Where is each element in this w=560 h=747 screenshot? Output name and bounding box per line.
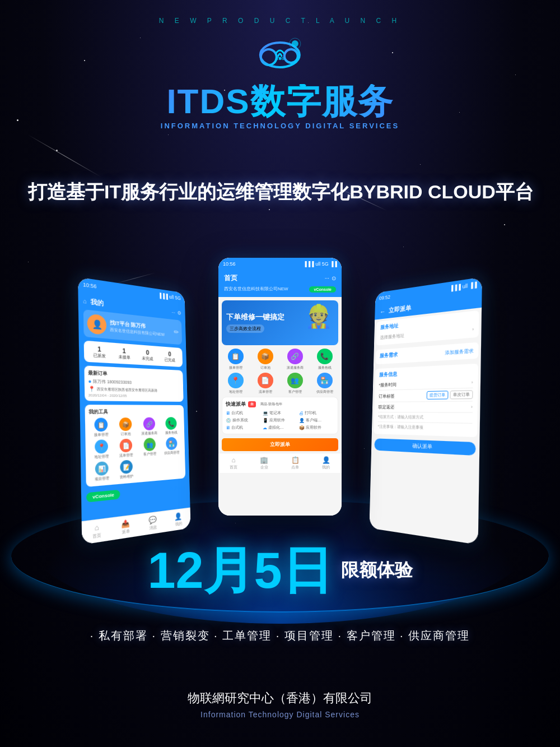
bottom-mine[interactable]: 👤 我的 [174, 512, 182, 528]
dispatch-icon: 📤 [121, 519, 130, 529]
center-icon-7: 👥 [287, 373, 303, 388]
stat-incomplete: 0 未完成 [137, 348, 158, 362]
tool-label-8: 供应商管理 [164, 451, 179, 455]
qi-label-9: 应用软件 [306, 425, 321, 430]
center-tool-2: 📦 订单池 [251, 349, 279, 370]
confirm-btn[interactable]: 确认派单 [374, 438, 475, 456]
center-tool-7: 👥 客户管理 [281, 373, 309, 395]
right-field-note[interactable]: *注意事项：请输入注意事项 [377, 422, 472, 434]
quick-hint: 商品·驻场·包年 [260, 402, 282, 407]
faq-link[interactable]: 常见问题 [170, 485, 186, 493]
field-level-label: 联定返还 [378, 404, 394, 410]
c-home-label: 首页 [230, 465, 237, 470]
qi-label-5: 应用软件 [269, 417, 285, 423]
phone-center: 10:56 ▐▐▐ ull 5G ▐▐ 首页 ··· ⊙ 西安名世信息科技有限公… [218, 258, 342, 516]
avatar: 👤 [87, 313, 106, 335]
center-dots: ··· [325, 275, 329, 281]
bottom-message[interactable]: 💬 消息 [148, 516, 157, 532]
bottom-label-message: 消息 [149, 525, 157, 532]
tool-label-6: 流单管理 [119, 453, 133, 457]
tool-icon-5: 📍 [95, 439, 108, 454]
stat-pending: 1 未接单 [113, 346, 135, 361]
c-enterprise-label: 企业 [260, 465, 268, 470]
center-bottom-order[interactable]: 📋 点单 [291, 456, 300, 470]
right-field-order: 订单标签 提货订单 单次订单 [379, 388, 473, 402]
svg-point-1 [261, 49, 277, 65]
svg-point-2 [284, 49, 298, 63]
message-icon: 💬 [148, 516, 157, 525]
center-tool-6: 📄 流单管理 [251, 373, 279, 395]
tag-pickup[interactable]: 提货订单 [427, 391, 449, 400]
center-icon-6: 📄 [258, 373, 273, 388]
center-tool-label-5: 地址管理 [229, 390, 242, 393]
quick-items-grid: 🖥 台式机 💻 笔记本 🖨 打印机 💿 操作系统 [226, 410, 334, 430]
qi-label-8: 虚拟化… [268, 425, 284, 430]
svg-point-5 [292, 40, 298, 47]
c-home-icon: ⌂ [232, 456, 236, 464]
tool-icon-9: 📊 [95, 461, 108, 476]
tool-label-4: 服务热线 [165, 431, 178, 435]
qi-label-2: 笔记本 [269, 410, 281, 416]
left-nav: ⌂ 我的 [83, 296, 104, 308]
back-icon[interactable]: ← [380, 307, 386, 315]
orange-dispatch-btn[interactable]: 立即派单 [222, 438, 338, 451]
stat-label-3: 未完成 [137, 355, 158, 363]
quick-item-2: 💻 笔记本 [263, 410, 298, 416]
logo-title: ITDS数字服务 [161, 84, 399, 119]
phone-right: 09:52 ▐▐▐ ull ▐▐ ← 立即派单 服务地址 选择服务地址 › [369, 277, 482, 545]
center-header-row: 首页 ··· ⊙ [224, 273, 336, 283]
right-field-level[interactable]: 联定返还 › [378, 401, 473, 412]
quick-item-6: 👤 客户端… [299, 417, 334, 423]
order-addr-text: 西安市雁塔区陕西省西安市雁塔区高新路 [97, 386, 157, 393]
center-tool-label-4: 服务热线 [318, 366, 332, 369]
right-time: 09:52 [379, 294, 390, 301]
stats-grid: 1 已派发 1 未接单 0 未完成 0 已完成 [84, 341, 183, 367]
tag-single[interactable]: 单次订单 [450, 390, 473, 399]
center-tool-label-8: 供应商管理 [316, 390, 333, 393]
right-section-info: 服务信息 *服务时间 › 订单标签 提货订单 单次订单 联定返还 [374, 364, 478, 437]
center-tool-label-6: 流单管理 [259, 390, 272, 393]
features-text: · 私有部署 · 营销裂变 · 工单管理 · 项目管理 · 客户管理 · 供应商… [28, 628, 532, 643]
qi-icon-2: 💻 [263, 411, 268, 416]
center-icons-grid: 📋 接单管理 📦 订单池 🔗 派遣服务商 📞 服务热线 📍 地址管 [218, 349, 342, 397]
tool-icon-10: 📝 [120, 460, 133, 474]
chevron-right-time: › [472, 379, 473, 385]
tool-3: 🔗 派遣服务商 [138, 417, 160, 437]
tool-4: 📞 服务热线 [161, 417, 181, 436]
right-title: 立即派单 [389, 304, 412, 315]
tool-10: 📝 资料维护 [115, 460, 138, 481]
stat-label-4: 已完成 [160, 357, 180, 364]
dots-icon: ··· [171, 309, 175, 315]
center-signal: ▐▐▐ ull 5G ▐▐ [304, 261, 337, 267]
center-tool-1: 📋 接单管理 [222, 349, 249, 370]
logo-subtitle: INFORMATION TECHNOLOGY DIGITAL SERVICES [161, 122, 399, 130]
bottom-home[interactable]: ⌂ 首页 [92, 523, 101, 540]
demand-header: 服务需求 添加服务需求 [380, 346, 474, 361]
quick-item-8: ☁ 虚拟化… [263, 425, 298, 430]
location-icon: 📍 [88, 386, 95, 392]
date-big: 12月5日 [147, 545, 332, 596]
top-label: N E W P R O D U C T L A U N C H [159, 17, 401, 25]
chevron-right-1: › [472, 326, 474, 332]
left-actions: ··· ⚙ [171, 309, 181, 315]
center-vconsole[interactable]: vConsole [309, 286, 336, 293]
tool-2: 📦 订单池 [114, 417, 137, 438]
center-icon-3: 🔗 [287, 349, 303, 364]
tool-icon-7: 👥 [143, 438, 156, 451]
add-demand-link[interactable]: 添加服务需求 [445, 347, 473, 356]
bottom-dispatch[interactable]: 📤 派单 [121, 519, 130, 536]
qi-label-4: 操作系统 [232, 417, 248, 423]
c-mine-icon: 👤 [322, 456, 330, 464]
qi-icon-5: 📱 [263, 418, 268, 423]
tool-label-2: 订单池 [121, 432, 131, 436]
center-bottom-enterprise[interactable]: 🏢 企业 [260, 456, 268, 470]
center-bottom-home[interactable]: ⌂ 首页 [230, 456, 237, 470]
left-title: 我的 [91, 297, 104, 308]
quick-item-7: 🖥 台式机 [226, 425, 261, 430]
center-bottom-mine[interactable]: 👤 我的 [322, 456, 330, 470]
tool-label-3: 派遣服务商 [141, 432, 157, 435]
vconsole-btn[interactable]: vConsole [86, 490, 120, 503]
center-tool-5: 📍 地址管理 [222, 373, 249, 395]
tool-icon-2: 📦 [119, 417, 132, 431]
c-enterprise-icon: 🏢 [260, 456, 268, 464]
